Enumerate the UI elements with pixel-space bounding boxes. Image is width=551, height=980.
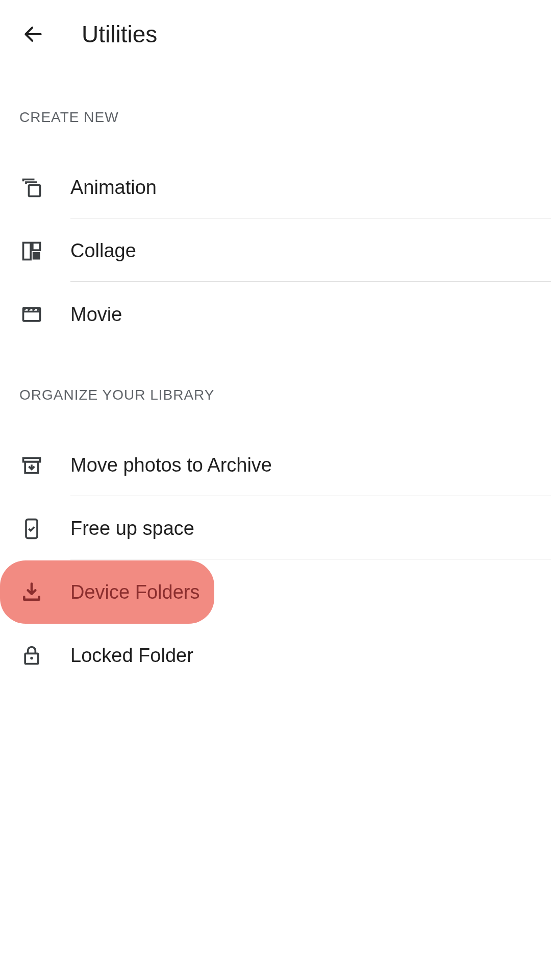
item-freeup[interactable]: Free up space — [0, 497, 551, 560]
section-header-organize: ORGANIZE YOUR LIBRARY — [0, 346, 551, 419]
item-collage[interactable]: Collage — [0, 219, 551, 283]
back-button[interactable] — [20, 21, 46, 47]
svg-rect-2 — [33, 243, 40, 251]
freeup-icon — [19, 517, 44, 541]
page-title: Utilities — [82, 20, 157, 48]
item-device-folders[interactable]: Device Folders — [0, 560, 214, 624]
item-label: Movie — [70, 304, 122, 325]
item-archive[interactable]: Move photos to Archive — [0, 434, 551, 497]
item-label: Animation — [70, 177, 157, 198]
archive-icon — [19, 453, 44, 478]
item-label: Move photos to Archive — [70, 454, 272, 476]
svg-rect-1 — [23, 243, 31, 260]
collage-icon — [19, 239, 44, 263]
lock-icon — [19, 643, 44, 668]
back-arrow-icon — [22, 23, 44, 45]
item-animation[interactable]: Animation — [0, 156, 551, 219]
item-label: Locked Folder — [70, 645, 193, 666]
svg-point-10 — [30, 657, 33, 660]
svg-rect-0 — [29, 185, 40, 197]
section-header-create: CREATE NEW — [0, 68, 551, 141]
animation-icon — [19, 176, 44, 200]
item-label: Collage — [70, 240, 136, 261]
section-organize: ORGANIZE YOUR LIBRARY Move photos to Arc… — [0, 346, 551, 687]
item-label: Device Folders — [70, 581, 199, 603]
item-locked-folder[interactable]: Locked Folder — [0, 624, 551, 687]
item-label: Free up space — [70, 518, 194, 539]
section-create: CREATE NEW Animation — [0, 68, 551, 346]
svg-rect-3 — [33, 252, 40, 260]
header: Utilities — [0, 0, 551, 68]
movie-icon — [19, 302, 44, 327]
item-movie[interactable]: Movie — [0, 283, 551, 346]
import-icon — [19, 580, 44, 604]
